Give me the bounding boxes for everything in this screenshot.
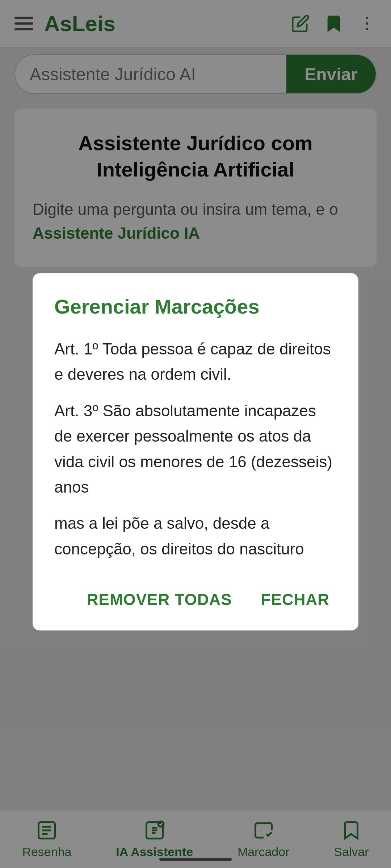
dialog-item-1: Art. 1º Toda pessoa é capaz de direitos … (54, 336, 337, 387)
dialog-item-2: Art. 3º São absolutamente incapazes de e… (54, 398, 337, 500)
dialog-title: Gerenciar Marcações (54, 295, 337, 318)
remove-all-button[interactable]: REMOVER TODAS (80, 583, 239, 616)
dialog-actions: REMOVER TODAS FECHAR (54, 583, 337, 616)
bottom-home-indicator (159, 858, 232, 861)
manage-bookmarks-dialog: Gerenciar Marcações Art. 1º Toda pessoa … (33, 273, 358, 630)
close-button[interactable]: FECHAR (254, 583, 337, 616)
dialog-body: Art. 1º Toda pessoa é capaz de direitos … (54, 336, 337, 562)
dialog-item-3: mas a lei põe a salvo, desde a concepção… (54, 511, 337, 562)
